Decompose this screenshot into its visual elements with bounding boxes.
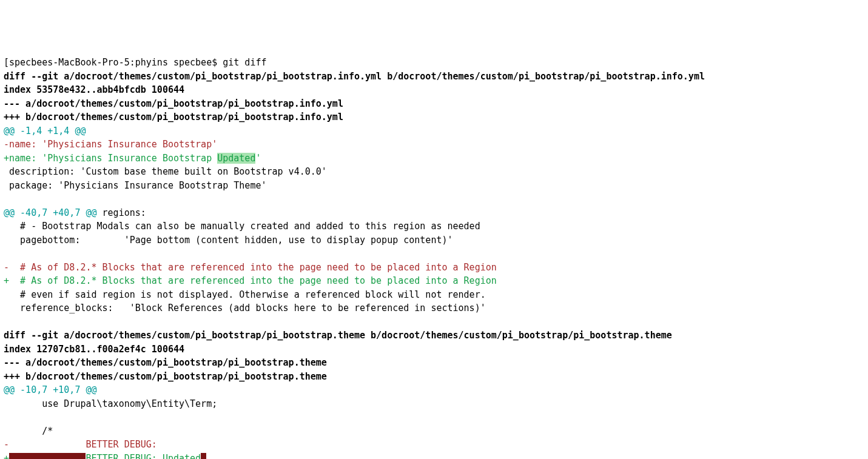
diff-context-line: reference_blocks: 'Block References (add… <box>4 301 864 315</box>
diff-minus-file: --- a/docroot/themes/custom/pi_bootstrap… <box>4 356 864 370</box>
command-text: git diff <box>223 57 266 68</box>
diff-minus-file: --- a/docroot/themes/custom/pi_bootstrap… <box>4 97 864 111</box>
blank-line <box>4 192 864 206</box>
diff-context-line: use Drupal\taxonomy\Entity\Term; <box>4 397 864 411</box>
diff-deleted-line: - # As of D8.2.* Blocks that are referen… <box>4 261 864 275</box>
diff-header: diff --git a/docroot/themes/custom/pi_bo… <box>4 329 864 343</box>
diff-index: index 12707cb81..f00a2ef4c 100644 <box>4 343 864 357</box>
diff-added-line: + BETTER DEBUG: Updated <box>4 452 864 460</box>
diff-context-line: package: 'Physicians Insurance Bootstrap… <box>4 179 864 193</box>
diff-context-line: # - Bootstrap Modals can also be manuall… <box>4 219 864 233</box>
diff-highlight-added: Updated <box>217 153 255 164</box>
diff-plus-file: +++ b/docroot/themes/custom/pi_bootstrap… <box>4 110 864 124</box>
diff-added-line: +name: 'Physicians Insurance Bootstrap U… <box>4 152 864 166</box>
diff-deleted-line: - BETTER DEBUG: <box>4 438 864 452</box>
prompt-line: [specbees-MacBook-Pro-5:phyins specbee$ … <box>4 56 864 70</box>
prompt-user: specbee <box>173 57 212 68</box>
prompt-host: specbees-MacBook-Pro-5 <box>9 57 130 68</box>
prompt-cwd: phyins <box>135 57 168 68</box>
diff-added-line: + # As of D8.2.* Blocks that are referen… <box>4 274 864 288</box>
diff-context-line: pagebottom: 'Page bottom (content hidden… <box>4 233 864 247</box>
diff-highlight-trailing <box>201 453 206 460</box>
diff-highlight-whitespace <box>9 453 86 460</box>
diff-context-line: description: 'Custom base theme built on… <box>4 165 864 179</box>
diff-header: diff --git a/docroot/themes/custom/pi_bo… <box>4 70 864 84</box>
terminal-output[interactable]: [specbees-MacBook-Pro-5:phyins specbee$ … <box>4 56 864 459</box>
diff-deleted-line: -name: 'Physicians Insurance Bootstrap' <box>4 138 864 152</box>
diff-context-line: /* <box>4 424 864 438</box>
blank-line <box>4 410 864 424</box>
diff-index: index 53578e432..abb4bfcdb 100644 <box>4 83 864 97</box>
blank-line <box>4 315 864 329</box>
prompt-bracket: [ <box>4 57 9 68</box>
diff-hunk-header: @@ -10,7 +10,7 @@ <box>4 383 864 397</box>
diff-hunk-header: @@ -40,7 +40,7 @@ regions: <box>4 206 864 220</box>
diff-plus-file: +++ b/docroot/themes/custom/pi_bootstrap… <box>4 370 864 384</box>
blank-line <box>4 247 864 261</box>
diff-hunk-header: @@ -1,4 +1,4 @@ <box>4 124 864 138</box>
diff-context-line: # even if said region is not displayed. … <box>4 288 864 302</box>
